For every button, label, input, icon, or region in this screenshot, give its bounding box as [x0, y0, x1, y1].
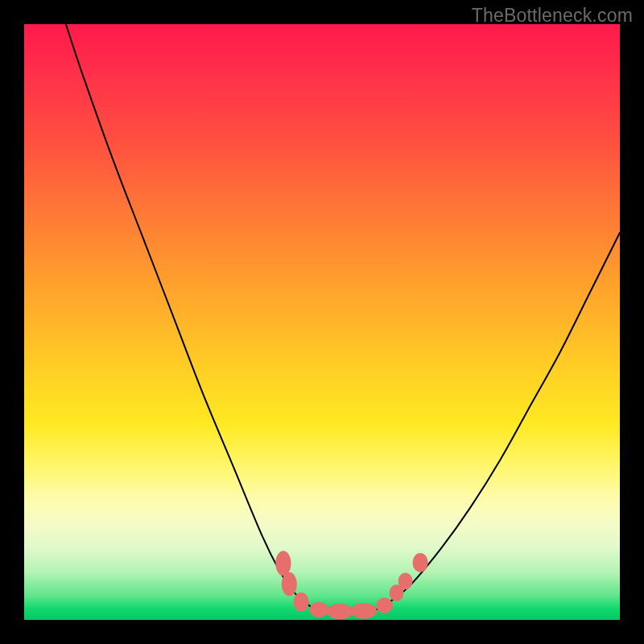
curve-left-branch	[66, 24, 313, 608]
plot-area	[24, 24, 620, 620]
valley-marker	[282, 572, 297, 597]
curve-layer	[66, 24, 620, 612]
valley-marker	[351, 603, 378, 618]
valley-marker	[293, 592, 308, 612]
watermark-text: TheBottleneck.com	[472, 5, 633, 27]
valley-marker	[412, 553, 427, 572]
curve-right-branch	[382, 233, 620, 608]
valley-marker	[275, 551, 291, 576]
valley-marker	[327, 604, 353, 619]
valley-marker	[398, 573, 413, 590]
valley-marker	[309, 602, 328, 617]
valley-marker	[376, 598, 393, 613]
chart-frame: TheBottleneck.com	[0, 0, 644, 644]
chart-svg	[24, 24, 620, 620]
marker-layer	[275, 551, 427, 619]
